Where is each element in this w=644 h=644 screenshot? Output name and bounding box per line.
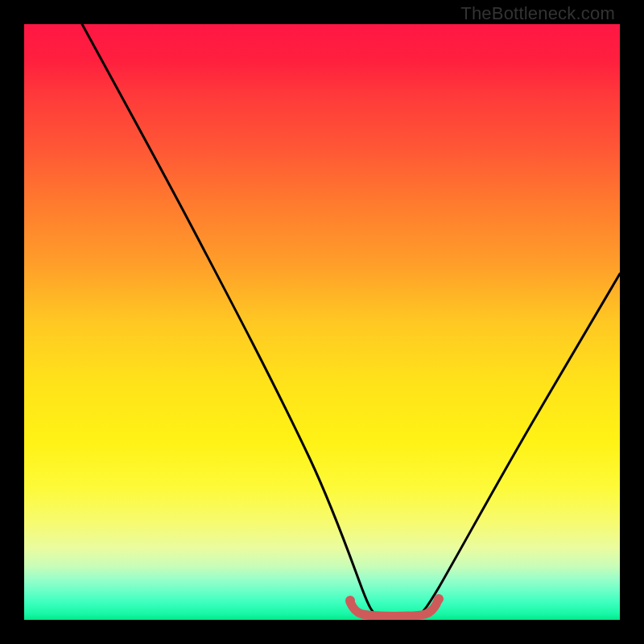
bottleneck-curve [82,24,620,616]
chart-plot-area [24,24,620,620]
watermark-text: TheBottleneck.com [460,3,615,24]
optimal-zone-start-dot [345,596,355,605]
optimal-zone-end-dot [434,594,444,604]
chart-svg [24,24,620,620]
